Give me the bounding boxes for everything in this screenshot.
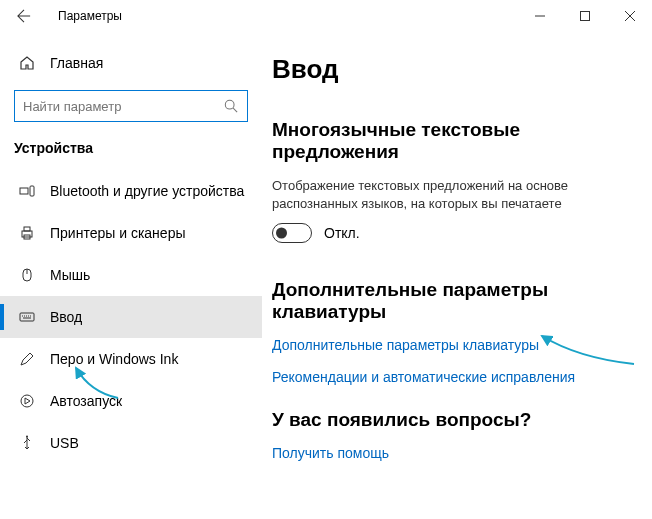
- nav-home[interactable]: Главная: [0, 42, 262, 84]
- section-help-heading: У вас появились вопросы?: [272, 409, 642, 431]
- maximize-icon: [580, 11, 590, 21]
- search-wrap: [14, 90, 248, 122]
- toggle-state-label: Откл.: [324, 225, 360, 241]
- section-advanced-heading: Дополнительные параметры клавиатуры: [272, 279, 642, 323]
- titlebar: Параметры: [0, 0, 652, 32]
- svg-rect-3: [30, 186, 34, 196]
- sidebar-item-label: Bluetooth и другие устройства: [50, 183, 244, 199]
- sidebar-item-pen[interactable]: Перо и Windows Ink: [0, 338, 262, 380]
- toggle-row: Откл.: [272, 223, 642, 243]
- devices-icon: [18, 182, 36, 200]
- section-multilang-desc: Отображение текстовых предложений на осн…: [272, 177, 632, 213]
- sidebar-item-label: Мышь: [50, 267, 90, 283]
- toggle-knob: [276, 228, 287, 239]
- main-content: Ввод Многоязычные текстовые предложения …: [262, 32, 652, 519]
- home-icon: [18, 54, 36, 72]
- printer-icon: [18, 224, 36, 242]
- sidebar-item-printers[interactable]: Принтеры и сканеры: [0, 212, 262, 254]
- maximize-button[interactable]: [562, 0, 607, 32]
- svg-point-11: [26, 436, 28, 438]
- close-icon: [625, 11, 635, 21]
- sidebar-item-label: USB: [50, 435, 79, 451]
- close-button[interactable]: [607, 0, 652, 32]
- link-autocorrect[interactable]: Рекомендации и автоматические исправлени…: [272, 369, 642, 385]
- svg-rect-9: [20, 313, 34, 321]
- sidebar-item-label: Перо и Windows Ink: [50, 351, 178, 367]
- mouse-icon: [18, 266, 36, 284]
- nav-home-label: Главная: [50, 55, 103, 71]
- usb-icon: [18, 434, 36, 452]
- sidebar-item-label: Ввод: [50, 309, 82, 325]
- sidebar-item-label: Автозапуск: [50, 393, 122, 409]
- arrow-left-icon: [17, 9, 31, 23]
- link-get-help[interactable]: Получить помощь: [272, 445, 642, 461]
- pen-icon: [18, 350, 36, 368]
- sidebar-item-label: Принтеры и сканеры: [50, 225, 185, 241]
- svg-rect-5: [24, 227, 30, 231]
- multilang-toggle[interactable]: [272, 223, 312, 243]
- sidebar-item-typing[interactable]: Ввод: [0, 296, 262, 338]
- sidebar-item-mouse[interactable]: Мышь: [0, 254, 262, 296]
- sidebar-group-header: Устройства: [0, 134, 262, 170]
- section-multilang-heading: Многоязычные текстовые предложения: [272, 119, 642, 163]
- sidebar-item-usb[interactable]: USB: [0, 422, 262, 464]
- minimize-button[interactable]: [517, 0, 562, 32]
- keyboard-icon: [18, 308, 36, 326]
- sidebar-item-autoplay[interactable]: Автозапуск: [0, 380, 262, 422]
- window-controls: [517, 0, 652, 32]
- sidebar: Главная Устройства Bluetooth и другие ус…: [0, 32, 262, 519]
- search-input[interactable]: [14, 90, 248, 122]
- svg-point-10: [21, 395, 33, 407]
- link-advanced-keyboard[interactable]: Дополнительные параметры клавиатуры: [272, 337, 642, 353]
- autoplay-icon: [18, 392, 36, 410]
- page-title: Ввод: [272, 54, 642, 85]
- svg-rect-2: [20, 188, 28, 194]
- back-button[interactable]: [8, 0, 40, 32]
- minimize-icon: [535, 11, 545, 21]
- svg-rect-0: [580, 12, 589, 21]
- window-title: Параметры: [58, 9, 122, 23]
- sidebar-item-bluetooth[interactable]: Bluetooth и другие устройства: [0, 170, 262, 212]
